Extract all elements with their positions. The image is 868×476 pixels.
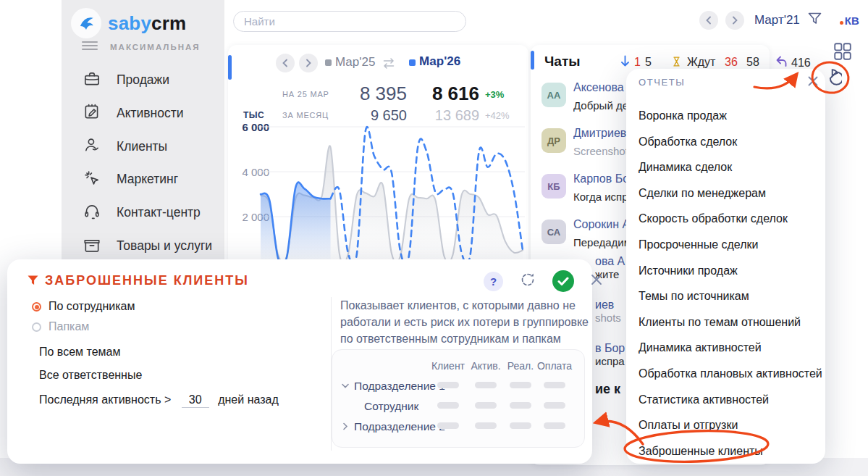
report-description: Показывает клиентов, с которыми давно не… (340, 297, 597, 347)
days-input[interactable] (182, 393, 209, 408)
placeholder-pill (475, 422, 497, 429)
report-item-6[interactable]: Просроченные сделки (639, 233, 816, 256)
last-activity-filter: Последняя активность > дней назад (39, 393, 279, 408)
brand-logo: sabycrm (71, 8, 186, 38)
plan-label: МАКСИМАЛЬНАЯ (110, 43, 201, 51)
preview-row: Подразделение 1 (341, 380, 445, 393)
covered-section-title-fragment: ие к (595, 382, 625, 397)
placeholder-pill (510, 402, 531, 409)
sidebar-item-label: Клиенты (117, 139, 167, 154)
bird-logo-icon (71, 8, 101, 38)
grid-icon[interactable] (833, 41, 853, 64)
saby-crm-app: sabycrm МАКСИМАЛЬНАЯ ПродажиАктивностиКл… (0, 0, 868, 476)
radio-off-icon[interactable] (32, 322, 41, 332)
waiting-total-count: 58 (746, 56, 759, 69)
status-dot (840, 21, 843, 25)
placeholder-pill (544, 402, 565, 409)
filter-icon[interactable] (807, 12, 822, 29)
help-icon[interactable]: ? (484, 272, 503, 291)
sidebar-item-label: Контакт-центр (117, 205, 201, 220)
placeholder-pill (475, 402, 497, 409)
radio-on-icon[interactable] (32, 302, 41, 312)
period-label[interactable]: Март'21 (754, 13, 800, 28)
covered-chat-fragment: иевshots (595, 298, 625, 324)
report-item-5[interactable]: Скорость обработки сделок (639, 207, 816, 230)
report-item-13[interactable]: Оплаты и отгрузки (639, 414, 816, 437)
close-icon[interactable] (590, 273, 603, 289)
avatar: СА (542, 220, 566, 244)
missed-count: 416 (791, 57, 811, 70)
topbar-right: Март'21 КВ (699, 11, 859, 30)
radio-by-employees[interactable]: По сотрудникам (32, 300, 135, 313)
report-item-8[interactable]: Темы по источникам (639, 285, 816, 308)
avatar: АА (542, 83, 566, 107)
sidebar-item-label: Товары и услуги (117, 238, 212, 254)
close-icon[interactable] (807, 75, 819, 90)
report-item-2[interactable]: Обработка сделок (639, 130, 816, 154)
funnel-icon (27, 275, 39, 289)
person-icon (83, 135, 101, 157)
report-item-11[interactable]: Обработка плановых активностей (639, 362, 816, 385)
report-item-7[interactable]: Источники продаж (639, 259, 816, 283)
user-badge[interactable]: КВ (840, 14, 859, 27)
period-next-button[interactable] (725, 11, 744, 30)
chevron-down-icon (341, 380, 350, 392)
sales-chart-card: Мар'25 Мар'26 НА 25 МАР ЗА МЕСЯЦ ТЫС 8 3… (228, 45, 528, 267)
report-item-1[interactable]: Воронка продаж (639, 104, 816, 128)
notepad-icon (83, 102, 101, 124)
reports-menu-title: ОТЧЕТЫ (639, 77, 685, 88)
sidebar-item-label: Активности (117, 106, 184, 121)
sidebar-item-label: Продажи (117, 72, 169, 88)
themes-filter[interactable]: По всем темам (39, 346, 120, 359)
chevron-right-icon (341, 420, 350, 433)
sidebar-item-marketing[interactable]: Маркетинг (62, 163, 224, 196)
placeholder-pill (544, 382, 565, 388)
headset-icon (83, 202, 101, 224)
reports-menu: ОТЧЕТЫ Воронка продажОбработка сделокДин… (626, 69, 825, 464)
responsible-filter[interactable]: Все ответственные (39, 369, 142, 382)
report-preview: КлиентАктив.Реал.Оплата Подразделение 1С… (332, 349, 585, 448)
report-item-12[interactable]: Статистика активностей (639, 388, 816, 412)
chart-card-accent (228, 55, 232, 80)
report-item-10[interactable]: Динамика активностей (639, 336, 816, 359)
box-icon (83, 235, 101, 257)
incoming-total-count: 5 (645, 56, 652, 69)
brand-text: sabycrm (108, 12, 186, 35)
placeholder-pill (437, 402, 459, 409)
report-item-9[interactable]: Клиенты по темам отношений (639, 311, 816, 334)
sidebar-item-sales[interactable]: Продажи (62, 64, 224, 96)
placeholder-pill (437, 382, 459, 388)
placeholder-pill (510, 382, 531, 388)
report-item-4[interactable]: Сделки по менеджерам (639, 182, 816, 205)
sidebar-item-contact-center[interactable]: Контакт-центр (62, 196, 224, 229)
preview-row: Сотрудник (364, 400, 418, 413)
radio-by-folders[interactable]: Папкам (32, 320, 89, 333)
incoming-new-count: 1 (634, 56, 641, 69)
sales-line-chart (228, 45, 528, 267)
report-item-3[interactable]: Динамика сделок (639, 156, 816, 179)
cursor-click-icon (83, 169, 101, 191)
search-input[interactable] (233, 11, 466, 32)
waiting-new-count: 36 (725, 56, 738, 69)
chats-title: Чаты (544, 54, 580, 70)
chats-card-accent (531, 51, 534, 70)
sidebar-item-label: Маркетинг (117, 172, 178, 187)
period-prev-button[interactable] (699, 11, 718, 30)
covered-chat-fragment: в Бориспра (595, 342, 625, 367)
menu-icon[interactable] (82, 41, 98, 54)
placeholder-pill (437, 422, 459, 429)
avatar: ДР (542, 128, 566, 153)
avatar: КБ (542, 174, 566, 199)
placeholder-pill (510, 422, 531, 429)
refresh-icon[interactable] (519, 271, 536, 291)
sidebar-item-goods[interactable]: Товары и услуги (62, 230, 224, 262)
modal-title: ЗАБРОШЕННЫЕ КЛИЕНТЫ (45, 273, 249, 288)
placeholder-pill (475, 382, 497, 388)
preview-row: Подразделение 2 (341, 420, 445, 433)
briefcase-icon (83, 70, 101, 91)
waiting-label: Ждут (687, 56, 715, 69)
report-item-14[interactable]: Заброшенные клиенты (639, 440, 816, 463)
check-icon[interactable] (552, 270, 574, 292)
sidebar-item-activities[interactable]: Активности (62, 97, 224, 130)
sidebar-item-clients[interactable]: Клиенты (62, 130, 224, 163)
